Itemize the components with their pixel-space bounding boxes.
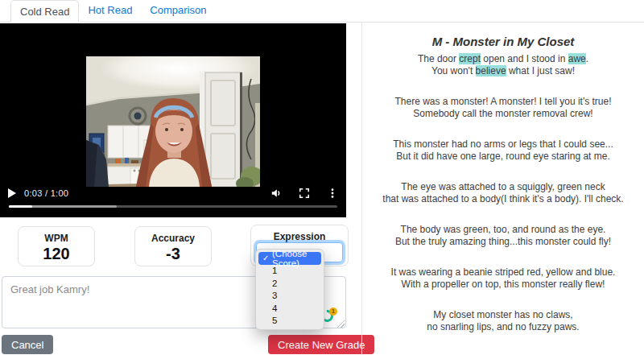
- poem-line: The body was green, too, and round as th…: [362, 224, 644, 236]
- wpm-label: WPM: [19, 233, 94, 244]
- accuracy-card: Accuracy -3: [134, 226, 212, 266]
- poem-line: My closet monster has no claws,: [362, 309, 644, 321]
- poem-panel: M - Monster in My Closet The door crept …: [361, 23, 644, 355]
- video-frame: [86, 56, 260, 187]
- poem-stanza: The door crept open and I stood in awe.Y…: [362, 53, 644, 77]
- wpm-card: WPM 120: [18, 226, 95, 266]
- video-controls: 0:03 / 1:00: [8, 185, 338, 201]
- poem-text: But the truly amazing thing...this monst…: [395, 236, 611, 247]
- poem-stanza: This monster had no arms or legs that I …: [362, 138, 644, 163]
- poem-line: But it did have one large, round eye sta…: [362, 151, 644, 163]
- create-new-grade-button[interactable]: Create New Grade: [268, 335, 374, 354]
- poem-text: what I just saw!: [506, 65, 575, 76]
- dropdown-option-2[interactable]: 2: [258, 277, 321, 290]
- poem-line: that was attached to a body(I think it's…: [362, 193, 644, 205]
- poem-text: .: [586, 53, 588, 64]
- poem-text: With a propeller on top, this monster re…: [402, 279, 605, 290]
- accuracy-value: -3: [135, 245, 211, 263]
- poem-text: open and I stood in: [481, 53, 568, 64]
- tab-comparison[interactable]: Comparison: [141, 0, 215, 22]
- expression-dropdown-menu: ✓ (Choose Score) 1 2 3 4 5: [255, 249, 324, 330]
- expression-label: Expression: [251, 231, 348, 242]
- check-icon: ✓: [262, 254, 272, 262]
- kebab-menu-icon[interactable]: [327, 188, 338, 199]
- poem-stanza: The eye was attached to a squiggly, gree…: [362, 181, 644, 205]
- poem-line: The door crept open and I stood in awe.: [362, 53, 644, 65]
- poem-stanzas: The door crept open and I stood in awe.Y…: [362, 53, 644, 333]
- poem-text: that was attached to a body(I think it's…: [382, 193, 623, 204]
- dropdown-option-4[interactable]: 4: [258, 302, 321, 315]
- poem-line: The eye was attached to a squiggly, gree…: [362, 181, 644, 193]
- poem-stanza: It was wearing a beanie striped red, yel…: [362, 266, 644, 291]
- poem-text: This monster had no arms or legs that I …: [393, 138, 613, 150]
- poem-line: There was a monster! A monster! I tell y…: [362, 96, 644, 108]
- poem-stanza: My closet monster has no claws,no snarli…: [362, 309, 644, 333]
- poem-stanza: The body was green, too, and round as th…: [362, 224, 644, 248]
- poem-text: My closet monster has no claws,: [433, 309, 572, 320]
- poem-stanza: There was a monster! A monster! I tell y…: [362, 96, 644, 120]
- video-still-kitchen-scene: [86, 56, 260, 187]
- poem-text: The door: [418, 53, 459, 64]
- cancel-button[interactable]: Cancel: [2, 335, 53, 354]
- highlighted-word[interactable]: believe: [476, 65, 506, 76]
- grammarly-badge: 1: [329, 308, 337, 316]
- tab-hot-read[interactable]: Hot Read: [79, 0, 141, 22]
- fullscreen-icon[interactable]: [299, 188, 310, 199]
- poem-text: The body was green, too, and round as th…: [401, 224, 606, 235]
- highlighted-word[interactable]: crept: [459, 53, 481, 64]
- grading-page: Cold Read Hot Read Comparison: [0, 0, 644, 355]
- poem-text: But it did have one large, round eye sta…: [396, 151, 610, 162]
- dropdown-option-choose-score[interactable]: ✓ (Choose Score): [258, 252, 321, 265]
- poem-text: no snarling lips, and no fuzzy paws.: [427, 321, 579, 332]
- video-progress-played: [9, 205, 32, 208]
- poem-text: Somebody call the monster removal crew!: [413, 108, 592, 119]
- poem-line: no snarling lips, and no fuzzy paws.: [362, 321, 644, 333]
- highlighted-word[interactable]: awe: [568, 53, 586, 64]
- volume-icon[interactable]: [270, 188, 282, 199]
- poem-line: It was wearing a beanie striped red, yel…: [362, 266, 644, 279]
- poem-text: There was a monster! A monster! I tell y…: [394, 96, 611, 107]
- poem-line: But the truly amazing thing...this monst…: [362, 236, 644, 248]
- poem-text: It was wearing a beanie striped red, yel…: [391, 266, 616, 278]
- dropdown-option-5[interactable]: 5: [258, 315, 321, 328]
- textarea-resize-handle[interactable]: [337, 320, 345, 328]
- poem-text: You won't: [431, 65, 476, 76]
- wpm-value: 120: [19, 245, 94, 263]
- video-progress-bar[interactable]: [9, 205, 337, 208]
- dropdown-option-3[interactable]: 3: [258, 290, 321, 303]
- poem-line: Somebody call the monster removal crew!: [362, 108, 644, 120]
- tab-cold-read[interactable]: Cold Read: [10, 0, 79, 23]
- poem-line: You won't believe what I just saw!: [362, 65, 644, 77]
- poem-title: M - Monster in My Closet: [362, 35, 644, 48]
- tab-bar: Cold Read Hot Read Comparison: [0, 0, 644, 23]
- poem-line: This monster had no arms or legs that I …: [362, 138, 644, 151]
- poem-text: The eye was attached to a squiggly, gree…: [401, 181, 605, 192]
- play-button[interactable]: [8, 188, 16, 198]
- accuracy-label: Accuracy: [135, 233, 211, 244]
- video-player[interactable]: 0:03 / 1:00: [0, 23, 346, 217]
- video-time: 0:03 / 1:00: [24, 188, 68, 198]
- poem-line: With a propeller on top, this monster re…: [362, 279, 644, 291]
